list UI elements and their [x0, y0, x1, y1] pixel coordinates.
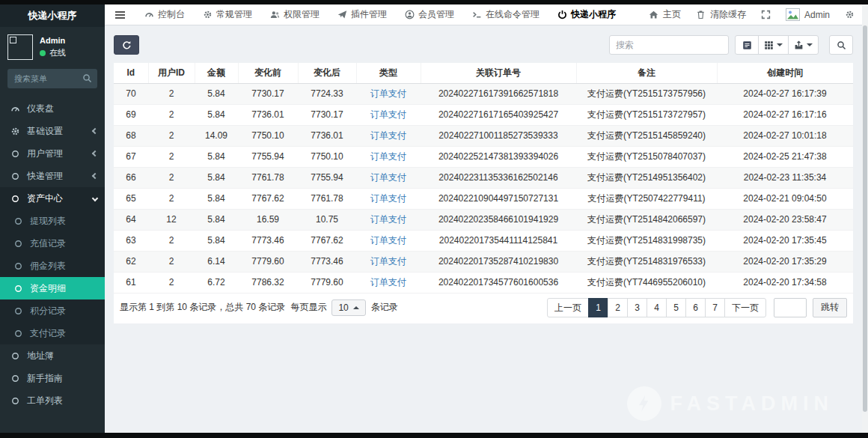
type-link[interactable]: 订单支付: [370, 193, 406, 204]
toolbar-button-group: [735, 35, 819, 55]
table-row[interactable]: 6625.847761.787755.94订单支付202402231135336…: [114, 167, 853, 188]
cell-0: 62: [114, 251, 148, 272]
page-jump-input[interactable]: [774, 298, 807, 317]
column-header: 类型: [356, 63, 421, 83]
type-link[interactable]: 订单支付: [370, 130, 406, 141]
table-row[interactable]: 6925.847736.017730.17订单支付202402271617165…: [114, 104, 853, 125]
chevron-left-icon: [92, 173, 98, 179]
cell-6: 202402210904497150727131: [421, 188, 576, 209]
cell-6: 202402271617165403925427: [421, 104, 576, 125]
table-row[interactable]: 6325.847773.467767.62订单支付202402201735441…: [114, 230, 853, 251]
page-button-3[interactable]: 3: [627, 298, 647, 317]
page-jump-button[interactable]: 跳转: [813, 298, 847, 317]
type-link[interactable]: 订单支付: [370, 256, 406, 267]
sidebar-item-2[interactable]: 用户管理: [0, 142, 105, 165]
export-icon: [794, 40, 804, 50]
page-button-7[interactable]: 7: [705, 298, 725, 317]
cell-0: 66: [114, 167, 148, 188]
sidebar-item-7[interactable]: 工单列表: [0, 389, 105, 412]
sidebar-item-4[interactable]: 资产中心: [0, 187, 105, 210]
next-page-button[interactable]: 下一页: [724, 298, 766, 317]
table-row[interactable]: 6126.727786.327779.60订单支付202402201734577…: [114, 272, 853, 293]
table-row[interactable]: 68214.097750.107736.01订单支付20240227100118…: [114, 125, 853, 146]
settings-button[interactable]: [845, 10, 855, 19]
table-row[interactable]: 6725.847755.947750.10订单支付202402252147381…: [114, 146, 853, 167]
data-table: Id用户ID金额变化前变化后类型关联订单号备注创建时间 7025.847730.…: [114, 63, 853, 293]
sidebar-item-3[interactable]: 快递管理: [0, 165, 105, 187]
type-link[interactable]: 订单支付: [370, 109, 406, 120]
sidebar-item-1[interactable]: 基础设置: [0, 120, 105, 142]
sidebar-subitem-4-5[interactable]: 支付记录: [0, 322, 105, 344]
type-link[interactable]: 订单支付: [370, 235, 406, 246]
terminal-icon: [472, 10, 482, 19]
page-numbers: 1234567: [589, 298, 725, 317]
cell-0: 70: [114, 83, 148, 104]
cell-3: 7767.62: [238, 188, 298, 209]
nav-tab-4[interactable]: 会员管理: [396, 4, 463, 25]
type-link[interactable]: 订单支付: [370, 277, 406, 288]
nav-tab-label: 会员管理: [418, 8, 454, 21]
sidebar-item-0[interactable]: 仪表盘: [0, 97, 105, 120]
sidebar-subitem-4-3[interactable]: 资金明细: [0, 277, 105, 299]
user-circle-icon: [405, 10, 415, 19]
common-search-toggle-button[interactable]: [735, 35, 759, 55]
page-button-1[interactable]: 1: [588, 298, 608, 317]
table-row[interactable]: 6226.147779.607773.46订单支付202402201735287…: [114, 251, 853, 272]
type-link[interactable]: 订单支付: [370, 151, 406, 162]
bolt-icon: [627, 386, 661, 421]
sidebar-item-5[interactable]: 地址簿: [0, 344, 105, 367]
table-row[interactable]: 6525.847767.627761.78订单支付202402210904497…: [114, 188, 853, 209]
refresh-button[interactable]: [114, 35, 139, 55]
clear-cache-link[interactable]: 清除缓存: [696, 8, 746, 21]
nav-tab-1[interactable]: 常规管理: [194, 4, 261, 25]
sidebar-group-4: 资产中心提现列表充值记录佣金列表资金明细积分记录支付记录: [0, 187, 105, 344]
cell-8: 2024-02-23 11:35:34: [717, 167, 853, 188]
export-dropdown-button[interactable]: [788, 35, 819, 55]
table-row[interactable]: 64125.8416.5910.75订单支付202402202358466101…: [114, 209, 853, 230]
sidebar-item-label: 仪表盘: [27, 103, 54, 115]
page-button-6[interactable]: 6: [685, 298, 706, 317]
caret-up-icon: [353, 306, 359, 309]
user-menu[interactable]: Admin: [786, 8, 830, 21]
nav-tab-6[interactable]: 快递小程序: [548, 4, 625, 25]
table-row[interactable]: 7025.847730.177724.33订单支付202402271617391…: [114, 83, 853, 104]
cell-2: 5.84: [195, 167, 238, 188]
sidebar-toggle-button[interactable]: [105, 4, 135, 25]
search-button[interactable]: [829, 35, 853, 55]
page-size-select[interactable]: 10: [331, 299, 365, 316]
prev-page-button[interactable]: 上一页: [547, 298, 589, 317]
nav-tab-0[interactable]: 控制台: [135, 4, 194, 25]
type-link[interactable]: 订单支付: [370, 172, 406, 183]
table-search-input[interactable]: [609, 35, 729, 55]
type-link[interactable]: 订单支付: [370, 88, 406, 99]
home-link[interactable]: 主页: [649, 8, 681, 21]
cell-7: 支付运费(YT2507422779411): [576, 188, 717, 209]
cell-6: 202402201734577601600536: [421, 272, 576, 293]
fastadmin-watermark: FASTADMIN: [627, 386, 834, 421]
nav-tab-2[interactable]: 权限管理: [261, 4, 328, 25]
column-header: 创建时间: [717, 63, 853, 83]
columns-dropdown-button[interactable]: [758, 35, 789, 55]
sidebar-item-6[interactable]: 新手指南: [0, 367, 105, 389]
nav-tab-5[interactable]: 在线命令管理: [463, 4, 548, 25]
page-button-4[interactable]: 4: [647, 298, 667, 317]
page-button-5[interactable]: 5: [666, 298, 686, 317]
fullscreen-button[interactable]: [761, 10, 771, 19]
sidebar-subitem-4-1[interactable]: 充值记录: [0, 232, 105, 255]
page-button-2[interactable]: 2: [608, 298, 628, 317]
user-name: Admin: [40, 36, 66, 45]
cell-4: 10.75: [298, 209, 356, 230]
cell-6: 202402271001185273539333: [421, 125, 576, 146]
sidebar-subitem-4-2[interactable]: 佣金列表: [0, 255, 105, 277]
gears-icon: [10, 127, 20, 136]
type-link[interactable]: 订单支付: [370, 214, 406, 225]
sidebar-subitem-4-4[interactable]: 积分记录: [0, 299, 105, 322]
sidebar-subitem-4-0[interactable]: 提现列表: [0, 210, 105, 232]
nav-tab-3[interactable]: 插件管理: [328, 4, 396, 25]
cell-0: 63: [114, 230, 148, 251]
cell-1: 2: [148, 272, 195, 293]
sidebar-item-label: 地址簿: [27, 350, 54, 362]
circle-icon: [10, 149, 20, 159]
scrollbar-thumb[interactable]: [863, 25, 867, 412]
sidebar-menu: 仪表盘基础设置用户管理快递管理资产中心提现列表充值记录佣金列表资金明细积分记录支…: [0, 97, 105, 412]
